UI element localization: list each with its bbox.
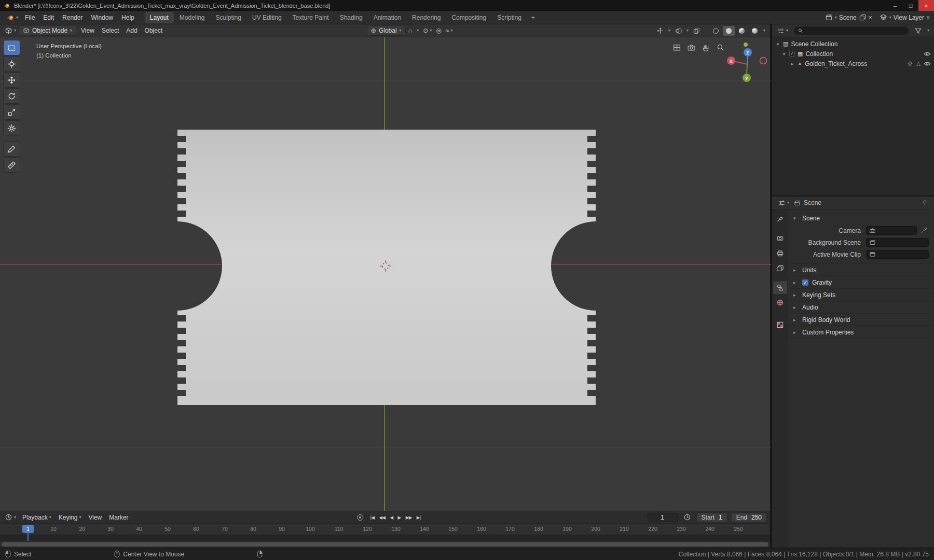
falloff-dropdown[interactable]: ≈ ▾ (444, 26, 455, 35)
vp-menu-add[interactable]: Add (122, 25, 141, 36)
tab-output[interactable] (773, 247, 787, 260)
jump-to-end-button[interactable]: ▶| (415, 513, 423, 522)
collection-checkbox[interactable]: ✓ (789, 51, 795, 57)
shading-rendered-button[interactable] (749, 26, 761, 36)
section-keying-sets[interactable]: ▸ Keying Sets (788, 288, 934, 301)
shading-dropdown[interactable]: ▾ (762, 27, 767, 34)
section-custom-properties[interactable]: ▸ Custom Properties (788, 326, 934, 338)
tool-transform[interactable] (4, 121, 20, 135)
hide-in-viewport-toggle[interactable] (924, 60, 931, 67)
frame-end-field[interactable]: End 250 (731, 513, 767, 522)
vp-menu-select[interactable]: Select (98, 25, 122, 36)
tl-menu-playback[interactable]: Playback▾ (19, 512, 55, 523)
menu-file[interactable]: File (21, 12, 39, 23)
snap-toggle[interactable]: ∩ (407, 26, 415, 35)
ticket-mesh[interactable] (177, 130, 596, 405)
pin-button[interactable] (920, 199, 930, 207)
tab-sculpting[interactable]: Sculpting (211, 12, 246, 23)
frame-start-field[interactable]: Start 1 (696, 513, 727, 522)
3d-viewport[interactable]: ▾ Object Mode ▾ ViewSelectAddObject ⊕ Gl… (0, 24, 771, 511)
unlink-scene-button[interactable]: × (869, 14, 872, 21)
view-layer-selector[interactable]: ▾ View Layer × (880, 13, 930, 21)
tab-world[interactable] (773, 296, 787, 309)
tab-scene[interactable] (773, 281, 787, 294)
overlays-dropdown[interactable]: ▾ (685, 27, 690, 34)
shading-material-button[interactable] (736, 26, 748, 36)
item-label[interactable]: Scene Collection (791, 40, 837, 48)
tab-animation[interactable]: Animation (368, 12, 406, 23)
vp-menu-view[interactable]: View (77, 25, 98, 36)
timeline-track[interactable] (0, 535, 770, 541)
menu-edit[interactable]: Edit (39, 12, 58, 23)
tl-menu-view[interactable]: View (85, 512, 105, 523)
prev-keyframe-button[interactable]: ◀◀ (377, 513, 387, 522)
camera-view-button[interactable] (687, 43, 696, 52)
tab-render[interactable] (773, 232, 787, 245)
jump-to-start-button[interactable]: |◀ (368, 513, 377, 522)
scene-panel-header[interactable]: ▾ Scene (788, 212, 934, 225)
tab-compositing[interactable]: Compositing (446, 12, 491, 23)
timeline-ruler[interactable]: 1020304050607080901001101201301401501601… (0, 523, 770, 535)
section-gravity[interactable]: ▸ ✓ Gravity (788, 276, 934, 288)
item-label[interactable]: Golden_Ticket_Across (805, 60, 867, 67)
show-gizmos-toggle[interactable] (655, 26, 666, 36)
tool-move[interactable] (4, 73, 20, 87)
new-scene-button[interactable] (859, 13, 867, 21)
hide-in-viewport-toggle[interactable] (924, 50, 931, 58)
shading-wireframe-button[interactable] (710, 26, 722, 36)
outliner-editor-type-button[interactable]: ▾ (775, 26, 790, 36)
auto-keying-toggle[interactable] (357, 514, 363, 521)
gizmo-negative-x-axis[interactable] (760, 58, 767, 64)
outliner-row-scene-collection[interactable]: ▾ ▤ Scene Collection (772, 39, 934, 49)
viewport-canvas[interactable] (0, 37, 771, 511)
scene-selector[interactable]: ▾ Scene × (825, 13, 872, 21)
tool-rotate[interactable] (4, 89, 20, 103)
tab-texture[interactable] (773, 318, 787, 331)
maximize-button[interactable]: □ (903, 0, 918, 11)
collapse-icon[interactable]: ▸ (790, 61, 795, 66)
current-frame-marker[interactable]: 1 (22, 525, 34, 533)
timeline-scrollbar[interactable] (0, 541, 770, 548)
scrollbar-handle[interactable] (2, 542, 768, 547)
pan-view-button[interactable] (702, 43, 710, 52)
tab-scripting[interactable]: Scripting (492, 12, 527, 23)
tab-layout[interactable]: Layout (145, 12, 174, 23)
expand-icon[interactable]: ▾ (781, 51, 787, 57)
play-button[interactable]: ▶ (396, 513, 403, 522)
menu-window[interactable]: Window (87, 12, 117, 23)
proportional-editing-toggle[interactable]: ◎ (434, 26, 443, 35)
editor-type-button[interactable]: ▾ (3, 26, 18, 36)
camera-picker[interactable] (866, 226, 917, 235)
outliner-search[interactable] (794, 26, 909, 35)
next-keyframe-button[interactable]: ▶▶ (404, 513, 414, 522)
minimize-button[interactable]: – (887, 0, 903, 11)
outliner-row-golden-ticket[interactable]: ▸ ▲ Golden_Ticket_Across △ (772, 59, 934, 68)
section-audio[interactable]: ▸ Audio (788, 301, 934, 313)
tool-measure[interactable] (4, 158, 20, 172)
gizmos-dropdown[interactable]: ▾ (667, 27, 672, 34)
outliner-options-dropdown[interactable]: ▾ (926, 27, 931, 34)
tab-modeling[interactable]: Modeling (174, 12, 210, 23)
mode-dropdown[interactable]: Object Mode ▾ (19, 25, 76, 36)
perspective-toggle-button[interactable] (672, 43, 681, 52)
outliner-search-input[interactable] (806, 27, 905, 34)
pivot-point-dropdown[interactable]: ⊙ ▾ (421, 26, 433, 35)
timeline-editor-type-button[interactable]: ▾ (3, 512, 18, 522)
menu-help[interactable]: Help (117, 12, 139, 23)
tab-uv-editing[interactable]: UV Editing (247, 12, 287, 23)
current-frame-field[interactable]: 1 (648, 513, 678, 522)
tl-menu-keying[interactable]: Keying▾ (55, 512, 85, 523)
tab-texture-paint[interactable]: Texture Paint (287, 12, 334, 23)
vp-menu-object[interactable]: Object (141, 25, 167, 36)
movie-clip-picker[interactable] (866, 250, 929, 259)
section-checkbox[interactable]: ✓ (802, 279, 808, 286)
play-reverse-button[interactable]: ◀ (388, 513, 395, 522)
properties-editor-type-button[interactable]: ▾ (776, 198, 791, 208)
menu-render[interactable]: Render (58, 12, 87, 23)
tab-tool[interactable] (773, 213, 787, 226)
snap-settings-dropdown[interactable]: ▾ (415, 27, 420, 34)
section-units[interactable]: ▸ Units (788, 263, 934, 276)
tab-rendering[interactable]: Rendering (407, 12, 446, 23)
item-label[interactable]: Collection (805, 50, 833, 58)
navigation-gizmo[interactable]: X Z Y (721, 47, 769, 85)
